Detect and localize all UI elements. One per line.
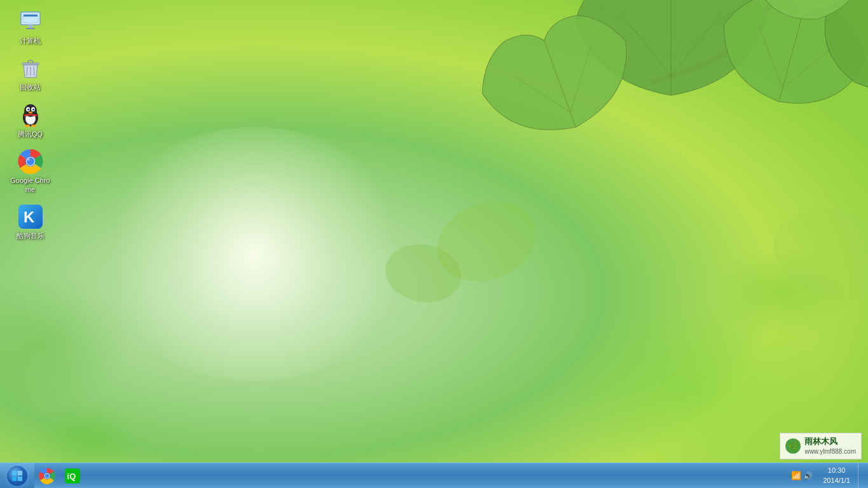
chrome-icon (18, 149, 43, 174)
svg-point-13 (763, 195, 868, 314)
clock-date: 2014/1/1 (823, 476, 850, 485)
kuwo-icon-label: 酷狗音乐 (17, 231, 44, 240)
taskbar: iQ 📶 🔊 10:30 2014/1/1 (0, 463, 868, 488)
recycle-icon-label: 回收站 (20, 83, 41, 92)
taskbar-item-iqiyi[interactable]: iQ (60, 463, 85, 489)
chrome-icon-label: Google Chrome (9, 176, 51, 194)
svg-text:iQ: iQ (67, 471, 76, 481)
desktop-icon-qq[interactable]: 腾讯QQ (6, 100, 54, 141)
svg-rect-17 (26, 28, 35, 29)
taskbar-right: 📶 🔊 10:30 2014/1/1 (789, 463, 868, 489)
desktop: 计算机 回收站 (0, 0, 868, 488)
svg-rect-46 (12, 477, 17, 481)
start-orb (7, 466, 27, 486)
clock-time: 10:30 (823, 466, 850, 475)
tray-volume-icon: 🔊 (803, 471, 813, 480)
watermark-brand: 雨林木风 (804, 436, 856, 447)
desktop-icon-chrome[interactable]: Google Chrome (6, 146, 54, 197)
desktop-icon-recycle[interactable]: 回收站 (6, 53, 54, 94)
watermark-logo: 🌿 (785, 438, 801, 454)
ginkgo-leaves (360, 0, 868, 318)
start-button[interactable] (0, 463, 34, 489)
show-desktop-button[interactable] (858, 463, 863, 489)
svg-rect-47 (18, 477, 22, 481)
qq-icon (18, 102, 43, 128)
taskbar-item-chrome[interactable] (34, 463, 60, 489)
svg-text:K: K (24, 208, 35, 226)
clock[interactable]: 10:30 2014/1/1 (818, 466, 855, 485)
svg-rect-45 (18, 471, 22, 475)
desktop-icons: 计算机 回收站 (6, 6, 54, 243)
kuwo-icon: K (18, 204, 43, 229)
desktop-icon-kuwo[interactable]: K 酷狗音乐 (6, 201, 54, 243)
svg-rect-20 (22, 63, 39, 65)
svg-rect-19 (24, 15, 37, 17)
recycle-icon (18, 55, 43, 81)
svg-point-32 (33, 109, 34, 110)
desktop-icon-computer[interactable]: 计算机 (6, 6, 54, 48)
svg-point-40 (27, 158, 30, 161)
svg-point-50 (45, 473, 50, 478)
svg-rect-16 (29, 25, 32, 28)
watermark: 🌿 雨林木风 www.ylmf888.com (780, 433, 862, 459)
watermark-text: 雨林木风 www.ylmf888.com (804, 436, 856, 456)
computer-icon (18, 9, 43, 34)
svg-point-35 (31, 125, 36, 127)
svg-point-34 (25, 125, 30, 127)
svg-point-33 (29, 111, 32, 113)
svg-rect-44 (12, 471, 17, 475)
svg-point-31 (28, 109, 29, 110)
tray-network-icon: 📶 (791, 471, 801, 480)
qq-icon-label: 腾讯QQ (18, 130, 43, 139)
computer-icon-label: 计算机 (20, 36, 41, 45)
watermark-url: www.ylmf888.com (804, 447, 856, 456)
